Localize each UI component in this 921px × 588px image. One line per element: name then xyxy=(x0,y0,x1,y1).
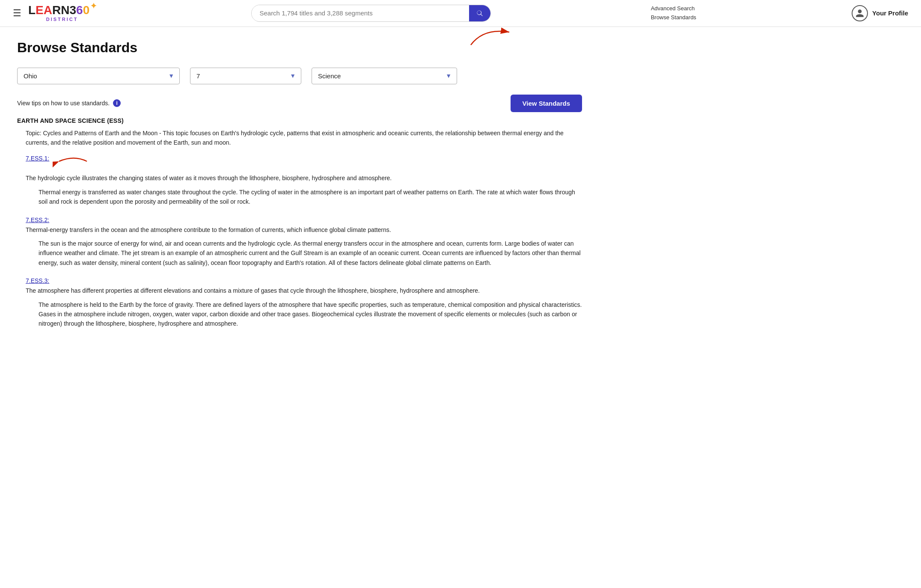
subject-filter: Science Math English ▼ xyxy=(312,68,457,84)
search-area xyxy=(251,5,491,22)
logo[interactable]: LEARN360 ✦ DISTRICT xyxy=(28,4,96,22)
advanced-search-link[interactable]: Advanced Search xyxy=(651,4,695,13)
standard-desc-2: Thermal-energy transfers in the ocean an… xyxy=(26,225,582,235)
standard-detail-1: Thermal energy is transferred as water c… xyxy=(39,187,582,207)
profile-avatar[interactable] xyxy=(852,5,868,21)
standard-desc-3: The atmosphere has different properties … xyxy=(26,286,582,295)
search-input[interactable] xyxy=(252,5,469,21)
grade-filter: 6 7 8 ▼ xyxy=(190,68,301,84)
tips-left: View tips on how to use standards. i xyxy=(17,99,121,107)
logo-district: DISTRICT xyxy=(46,17,78,22)
tips-text: View tips on how to use standards. xyxy=(17,100,110,107)
main-content: Browse Standards Ohio Alabama Alaska ▼ 6… xyxy=(0,27,599,351)
hamburger-menu[interactable]: ☰ xyxy=(13,8,21,19)
standard-detail-2: The sun is the major source of energy fo… xyxy=(39,239,582,267)
standard-detail-3: The atmosphere is held to the Earth by t… xyxy=(39,300,582,329)
user-icon xyxy=(855,9,865,18)
page-title: Browse Standards xyxy=(17,40,582,56)
section-header: EARTH AND SPACE SCIENCE (ESS) xyxy=(17,117,582,124)
info-icon[interactable]: i xyxy=(113,99,121,107)
section-topic: Topic: Cycles and Patterns of Earth and … xyxy=(26,128,582,148)
standards-section: EARTH AND SPACE SCIENCE (ESS) Topic: Cyc… xyxy=(17,117,582,329)
state-select[interactable]: Ohio Alabama Alaska xyxy=(18,68,179,84)
standard-code-2[interactable]: 7.ESS.2: xyxy=(26,217,49,223)
header-right: Your Profile xyxy=(852,5,908,21)
logo-text: LEARN360 ✦ xyxy=(28,4,96,16)
tips-row: View tips on how to use standards. i Vie… xyxy=(17,95,582,112)
standard-item-1: 7.ESS.1: The hydrologic cycle illustrate… xyxy=(26,155,582,206)
site-header: ☰ LEARN360 ✦ DISTRICT Advanced Searc xyxy=(0,0,921,27)
search-icon xyxy=(476,9,484,17)
standard-code-1[interactable]: 7.ESS.1: xyxy=(26,155,49,162)
annotation-arrow-std xyxy=(53,155,91,173)
browse-standards-link[interactable]: Browse Standards xyxy=(651,13,696,22)
grade-select[interactable]: 6 7 8 xyxy=(190,68,301,84)
standard-desc-1: The hydrologic cycle illustrates the cha… xyxy=(26,173,582,183)
standard-code-3[interactable]: 7.ESS.3: xyxy=(26,277,49,284)
standard-item-2: 7.ESS.2: Thermal-energy transfers in the… xyxy=(26,216,582,268)
header-left: ☰ LEARN360 ✦ DISTRICT xyxy=(13,4,96,22)
subject-select[interactable]: Science Math English xyxy=(312,68,457,84)
profile-label[interactable]: Your Profile xyxy=(872,9,908,17)
standard-item-3: 7.ESS.3: The atmosphere has different pr… xyxy=(26,277,582,329)
search-wrapper xyxy=(251,5,491,22)
view-standards-button[interactable]: View Standards xyxy=(511,95,582,112)
state-filter: Ohio Alabama Alaska ▼ xyxy=(17,68,180,84)
search-button[interactable] xyxy=(469,5,490,21)
filter-row: Ohio Alabama Alaska ▼ 6 7 8 ▼ Science Ma… xyxy=(17,68,582,84)
header-links: Advanced Search Browse Standards xyxy=(651,4,696,22)
